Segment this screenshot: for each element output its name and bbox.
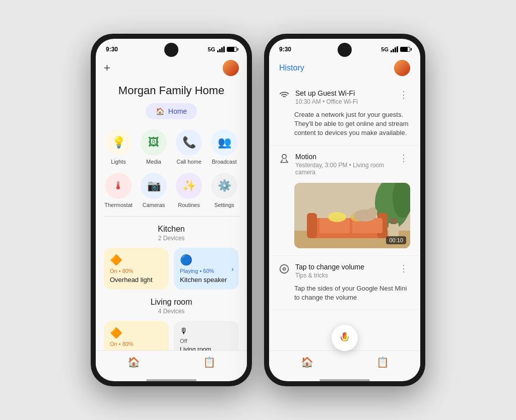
nav-home-icon-right: 🏠 [301, 356, 313, 368]
bar2r [393, 49, 394, 52]
home-indicator-left [146, 379, 197, 381]
time-right: 9:30 [279, 46, 291, 53]
time-left: 9:30 [106, 46, 118, 53]
kitchen-speaker-status: Playing • 60% [180, 268, 233, 274]
grid-item-media[interactable]: 🖼 Media [139, 129, 168, 165]
grid-item-call-home[interactable]: 📞 Call home [174, 129, 204, 165]
divider-1 [104, 216, 239, 217]
svg-point-16 [280, 264, 289, 273]
living-devices: 🔶 On • 80% Lamp 🎙 Off Living roomGoogle … [104, 321, 239, 351]
volume-item-left: Tap to change volume Tips & tricks [279, 263, 364, 282]
lamp-card[interactable]: 🔶 On • 80% Lamp [104, 321, 169, 351]
lamp-icon: 🔶 [110, 327, 163, 339]
nav-home-icon: 🏠 [127, 356, 140, 368]
home-chip[interactable]: 🏠 Home [146, 103, 197, 119]
motion-item-text: Motion Yesterday, 3:00 PM • Living room … [295, 153, 397, 179]
broadcast-icon-circle: 👥 [211, 129, 237, 156]
settings-icon: ⚙️ [218, 179, 231, 192]
avatar-left[interactable] [223, 60, 239, 76]
overhead-light-name: Overhead light [110, 276, 163, 284]
thermostat-label: Thermostat [104, 202, 133, 208]
wifi-item-time: 10:30 AM • Office Wi-Fi [295, 98, 358, 105]
left-screen: 9:30 5G + [96, 39, 247, 381]
overhead-light-icon: 🔶 [110, 254, 163, 266]
svg-point-17 [283, 267, 286, 270]
grid-row-1: 💡 Lights 🖼 Media 📞 Call home [104, 129, 239, 165]
nav-history-icon-right: 📋 [376, 356, 389, 368]
grid-item-broadcast[interactable]: 👥 Broadcast [210, 129, 239, 165]
wifi-more-button[interactable]: ⋮ [397, 89, 410, 100]
wifi-icon [279, 90, 289, 103]
motion-item-time: Yesterday, 3:00 PM • Living room camera [295, 162, 397, 176]
thermostat-icon-circle: 🌡 [105, 173, 132, 199]
history-content: Set up Guest Wi-Fi 10:30 AM • Office Wi-… [269, 82, 420, 351]
right-phone: 9:30 5G History [264, 34, 425, 386]
overhead-light-card[interactable]: 🔶 On • 80% Overhead light [104, 248, 169, 290]
kitchen-speaker-icon: 🔵 [180, 254, 233, 266]
battery-fill-right [401, 47, 408, 51]
mic-fab[interactable] [332, 325, 358, 351]
lights-icon: 💡 [112, 136, 125, 149]
broadcast-label: Broadcast [212, 159, 237, 165]
svg-rect-15 [391, 218, 397, 224]
motion-more-button[interactable]: ⋮ [397, 153, 410, 164]
svg-point-13 [367, 207, 377, 217]
avatar-right[interactable] [394, 60, 410, 76]
history-item-motion: Motion Yesterday, 3:00 PM • Living room … [269, 146, 420, 256]
thermostat-icon: 🌡 [113, 179, 124, 192]
grid-item-thermostat[interactable]: 🌡 Thermostat [104, 173, 133, 208]
wifi-item-title: Set up Guest Wi-Fi [295, 89, 358, 97]
wifi-item-left: Set up Guest Wi-Fi 10:30 AM • Office Wi-… [279, 89, 358, 108]
network-right: 5G [381, 46, 389, 52]
kitchen-devices: 🔶 On • 80% Overhead light 🔵 Playing • 60… [104, 248, 239, 290]
add-button[interactable]: + [104, 61, 110, 75]
phone-notch-right [338, 43, 352, 57]
tv-card[interactable]: 🎙 Off Living roomGoogle TV [174, 321, 239, 351]
cameras-icon-circle: 📷 [141, 173, 167, 199]
bottom-nav-left: 🏠 📋 [96, 351, 247, 377]
grid-item-routines[interactable]: ✨ Routines [174, 173, 204, 208]
call-home-icon: 📞 [182, 136, 196, 149]
status-icons-right: 5G [381, 46, 410, 52]
volume-item-desc: Tap the sides of your Google Nest Mini t… [294, 284, 410, 302]
volume-item-title: Tap to change volume [295, 263, 364, 271]
grid-item-cameras[interactable]: 📷 Cameras [139, 173, 168, 208]
bar1r [391, 50, 392, 52]
svg-point-10 [328, 212, 346, 222]
motion-item-left: Motion Yesterday, 3:00 PM • Living room … [279, 153, 397, 179]
wifi-item-text: Set up Guest Wi-Fi 10:30 AM • Office Wi-… [295, 89, 358, 108]
living-subtitle: 4 Devices [104, 308, 239, 315]
nav-history-right[interactable]: 📋 [376, 356, 389, 368]
history-item-wifi: Set up Guest Wi-Fi 10:30 AM • Office Wi-… [269, 82, 420, 146]
right-screen: 9:30 5G History [269, 39, 420, 381]
signal-bars-right [391, 46, 398, 52]
volume-icon [279, 264, 289, 276]
grid-row-2: 🌡 Thermostat 📷 Cameras ✨ Routines [104, 173, 239, 208]
grid-item-settings[interactable]: ⚙️ Settings [210, 173, 239, 208]
nav-home-left[interactable]: 🏠 [127, 356, 140, 368]
svg-rect-6 [307, 213, 317, 238]
routines-icon: ✨ [182, 179, 196, 192]
bar4 [223, 46, 225, 52]
nav-history-left[interactable]: 📋 [203, 356, 216, 368]
bar1 [217, 50, 219, 52]
grid-item-lights[interactable]: 💡 Lights [104, 129, 133, 165]
cameras-label: Cameras [143, 202, 165, 208]
home-indicator-right [319, 379, 370, 381]
bottom-nav-right: 🏠 📋 [269, 351, 420, 377]
nav-home-right[interactable]: 🏠 [301, 356, 313, 368]
history-header: History [269, 56, 420, 82]
kitchen-subtitle: 2 Devices [104, 235, 239, 242]
volume-more-button[interactable]: ⋮ [397, 263, 410, 274]
motion-video-thumb[interactable]: 00:10 [294, 183, 410, 248]
tv-status: Off [180, 338, 233, 344]
left-phone: 9:30 5G + [91, 34, 252, 386]
home-header: + [104, 56, 239, 80]
kitchen-speaker-card[interactable]: 🔵 Playing • 60% Kitchen speaker › [174, 248, 239, 290]
volume-item-text: Tap to change volume Tips & tricks [295, 263, 364, 282]
routines-label: Routines [178, 202, 200, 208]
living-title: Living room [104, 298, 239, 307]
battery-fill [227, 47, 234, 51]
call-home-icon-circle: 📞 [176, 129, 202, 156]
battery-right [400, 47, 410, 52]
